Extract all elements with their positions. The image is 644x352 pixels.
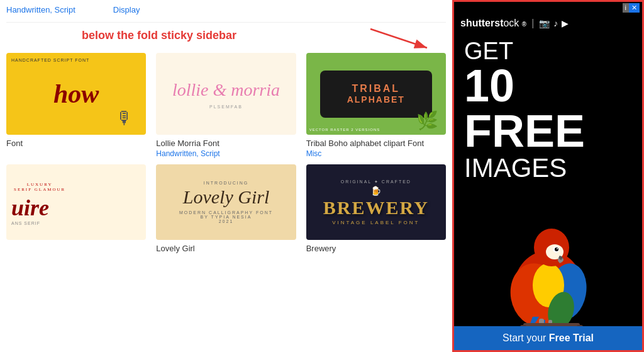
annotation-arrow: [364, 23, 440, 54]
top-tags-row: Handwritten, Script Display: [6, 0, 446, 23]
font-preview-1: HANDCRAFTED SCRIPT FONT how 🎙: [6, 53, 146, 135]
arrow-container: below the fold sticky sidebar: [6, 29, 446, 48]
font-name-3: Tribal Boho alphabet clipart Font: [306, 139, 446, 148]
lollie-script-text: lollie & morria: [172, 79, 280, 101]
tag-display[interactable]: Display: [113, 5, 140, 14]
font-card-6[interactable]: ORIGINAL ✦ CRAFTED 🍺 BREWERY VINTAGE LAB…: [306, 164, 446, 254]
ad-header-icons: 📷 ♪ ▶: [539, 18, 569, 28]
font-card-5[interactable]: INTRODUCING Lovely Girl MODERN CALLIGRAP…: [156, 164, 296, 254]
brewery-sub-text: VINTAGE LABEL FONT: [332, 220, 419, 225]
card4-tag-text: ANS SERIF: [11, 221, 40, 225]
font-name-2: Lollie Morria Font: [156, 139, 296, 148]
ad-images-text: IMAGES: [464, 154, 632, 183]
parrot-image: [486, 219, 611, 326]
font-grid-top: HANDCRAFTED SCRIPT FONT how 🎙 Font lolli…: [6, 53, 446, 164]
ad-footer-text: Start your Free Trial: [502, 332, 594, 343]
music-icon: ♪: [553, 18, 558, 28]
font-name-5: Lovely Girl: [156, 244, 296, 253]
brewery-main-text: BREWERY: [323, 197, 429, 219]
page-wrapper: Handwritten, Script Display below the fo…: [0, 0, 644, 352]
brewery-icon: 🍺: [370, 186, 381, 196]
font-card-4[interactable]: LUXURYSERIF GLAMOUR uire ANS SERIF: [6, 164, 146, 254]
play-icon: ▶: [562, 18, 569, 28]
lovely-sub-text: MODERN CALLIGRAPHY FONTBY TYPIA NESIA202…: [179, 210, 273, 224]
shutterstock-text2: ock: [503, 18, 519, 28]
font-tag-2[interactable]: Handwritten, Script: [156, 149, 296, 158]
font-preview-5: INTRODUCING Lovely Girl MODERN CALLIGRAP…: [156, 164, 296, 240]
sidebar-ad[interactable]: i ✕ shutterstock ® | 📷 ♪ ▶ GET 10 FREE I…: [452, 0, 644, 352]
card-main-text-1: how: [53, 79, 99, 109]
font-name-6: Brewery: [306, 244, 446, 253]
tribal-bottom-text: VECTOR RASTER 2 VERSIONS: [309, 128, 380, 132]
main-content: Handwritten, Script Display below the fo…: [0, 0, 452, 352]
font-preview-2: lollie & morria PLSEMFAB: [156, 53, 296, 135]
ad-parrot-area: [454, 189, 642, 326]
ad-footer[interactable]: Start your Free Trial: [454, 326, 642, 350]
shutterstock-logo: shutterstock ®: [460, 18, 526, 29]
camera-icon: 📷: [539, 18, 550, 28]
font-card-3[interactable]: TRIBAL ALPHABET 🌿 VECTOR RASTER 2 VERSIO…: [306, 53, 446, 158]
ad-info-icon[interactable]: i: [623, 3, 629, 13]
tag-handwritten-script[interactable]: Handwritten, Script: [6, 5, 75, 14]
font-grid-bottom: LUXURYSERIF GLAMOUR uire ANS SERIF INTRO…: [6, 164, 446, 261]
font-name-1: Font: [6, 139, 146, 148]
ad-header: shutterstock ® | 📷 ♪ ▶: [454, 14, 642, 33]
svg-point-11: [557, 248, 558, 249]
tribal-pillow: TRIBAL ALPHABET: [320, 71, 432, 118]
lovely-intro-text: INTRODUCING: [204, 181, 248, 185]
ad-close-button[interactable]: ✕: [629, 3, 640, 13]
font-tag-3[interactable]: Misc: [306, 149, 446, 158]
ad-get-text: GET: [464, 39, 632, 63]
lovely-main-text: Lovely Girl: [183, 186, 269, 208]
font-card-2[interactable]: lollie & morria PLSEMFAB Lollie Morria F…: [156, 53, 296, 158]
font-preview-6: ORIGINAL ✦ CRAFTED 🍺 BREWERY VINTAGE LAB…: [306, 164, 446, 240]
card4-main-text: uire: [11, 195, 49, 221]
tribal-text-sub: ALPHABET: [347, 94, 405, 105]
tribal-leaf-icon: 🌿: [416, 110, 438, 131]
annotation-text: below the fold sticky sidebar: [82, 29, 236, 42]
mic-icon: 🎙: [116, 108, 133, 128]
shutterstock-trademark: ®: [522, 21, 526, 28]
ad-free-text: FREE: [464, 108, 632, 154]
font-card-1[interactable]: HANDCRAFTED SCRIPT FONT how 🎙 Font: [6, 53, 146, 158]
ad-number-text: 10: [464, 63, 632, 108]
card4-top-text: LUXURYSERIF GLAMOUR: [11, 179, 68, 195]
tribal-text-main: TRIBAL: [352, 83, 400, 94]
lollie-sub-text: PLSEMFAB: [209, 105, 243, 109]
ad-divider: |: [531, 18, 534, 29]
card-small-text-1: HANDCRAFTED SCRIPT FONT: [11, 58, 89, 62]
font-preview-3: TRIBAL ALPHABET 🌿 VECTOR RASTER 2 VERSIO…: [306, 53, 446, 135]
font-preview-4: LUXURYSERIF GLAMOUR uire ANS SERIF: [6, 164, 146, 240]
shutterstock-text: shutterst: [460, 18, 503, 28]
annotation-container: below the fold sticky sidebar: [6, 29, 446, 48]
svg-line-1: [370, 29, 427, 48]
ad-close-bar: i ✕: [454, 2, 642, 14]
ad-footer-bold: Free Trial: [549, 332, 594, 343]
brewery-top-text: ORIGINAL ✦ CRAFTED: [341, 179, 411, 185]
ad-main-content: GET 10 FREE IMAGES: [454, 33, 642, 189]
svg-point-10: [555, 247, 558, 251]
